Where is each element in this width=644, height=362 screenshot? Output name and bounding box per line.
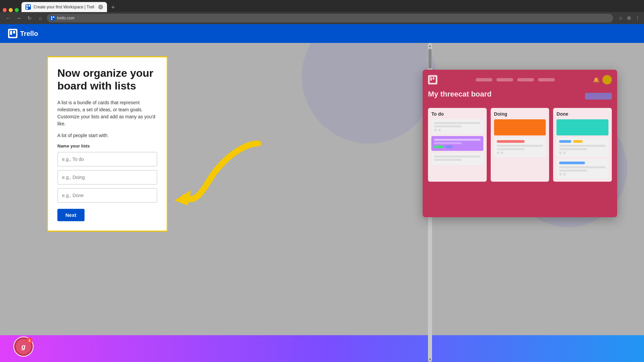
board-nav-pill-1 xyxy=(476,78,492,81)
red-bar xyxy=(497,140,525,143)
tab-bar: Create your first Workspace | Trell × + xyxy=(0,0,644,12)
toolbar-icons: ☆ ⚙ ⋮ xyxy=(619,15,640,21)
card-dots-dn xyxy=(559,152,606,154)
card-dot-dn4 xyxy=(563,173,566,176)
card-dot-dn1 xyxy=(559,152,562,154)
scrollbar-down-arrow[interactable]: ▼ xyxy=(428,357,432,362)
svg-rect-4 xyxy=(50,16,55,20)
board-logo xyxy=(428,75,437,84)
board-avatar xyxy=(602,75,612,84)
svg-rect-2 xyxy=(29,5,30,7)
svg-rect-9 xyxy=(10,31,12,35)
board-nav-items xyxy=(476,78,555,81)
card-dot-dn2 xyxy=(563,152,566,154)
notif-count: 8 xyxy=(26,338,33,344)
list-input-3[interactable] xyxy=(57,188,157,203)
next-button[interactable]: Next xyxy=(57,209,85,221)
forward-button[interactable]: → xyxy=(15,14,23,22)
minimize-traffic-light[interactable] xyxy=(9,8,13,12)
bg-blob-1 xyxy=(302,43,436,143)
card-dot xyxy=(434,129,437,131)
svg-marker-11 xyxy=(174,190,191,205)
home-button[interactable]: ⌂ xyxy=(36,14,44,22)
notif-letter: g xyxy=(21,343,25,351)
card-line-dn2 xyxy=(559,148,587,150)
arrow-annotation xyxy=(164,117,265,217)
board-nav-pill-4 xyxy=(538,78,555,81)
board-action-button xyxy=(585,93,612,100)
svg-rect-10 xyxy=(13,31,15,34)
card-dots-2 xyxy=(434,145,481,148)
card-dot xyxy=(438,129,441,131)
yellow-label xyxy=(573,140,583,143)
board-header: 🔔 xyxy=(428,75,612,84)
list-title-done: Done xyxy=(556,111,608,117)
traffic-lights xyxy=(3,8,19,12)
svg-rect-5 xyxy=(51,16,52,18)
bottom-gradient-bar xyxy=(0,335,644,362)
list-input-1[interactable] xyxy=(57,152,157,167)
card-line-3 xyxy=(434,156,481,158)
card-line-dn3 xyxy=(559,166,606,168)
card-done-3 xyxy=(556,159,608,178)
trello-logo: Trello xyxy=(8,29,38,38)
card-done-2 xyxy=(556,137,608,157)
blue-label xyxy=(559,140,571,143)
trello-icon xyxy=(8,29,17,38)
scrollbar-thumb[interactable] xyxy=(428,49,432,69)
board-nav-pill-2 xyxy=(496,78,513,81)
purple-label xyxy=(445,145,453,148)
scrollbar-up-arrow[interactable]: ▲ xyxy=(428,43,432,48)
board-list-todo: To do xyxy=(428,108,487,182)
card-orange xyxy=(494,119,546,135)
fullscreen-traffic-light[interactable] xyxy=(15,8,19,12)
board-preview: 🔔 My threecat board To do xyxy=(423,70,617,217)
svg-rect-6 xyxy=(53,16,54,18)
tab-favicon xyxy=(25,4,31,10)
new-tab-button[interactable]: + xyxy=(108,3,118,12)
tab-title: Create your first Workspace | Trell xyxy=(34,5,94,9)
trello-header: Trello xyxy=(0,24,644,43)
card-line xyxy=(434,122,481,124)
browser-toolbar: ← → ↻ ⌂ trello.com ☆ ⚙ ⋮ xyxy=(0,12,644,24)
svg-rect-13 xyxy=(430,77,432,81)
trello-logo-text: Trello xyxy=(20,30,38,38)
board-list-doing: Doing xyxy=(491,108,549,182)
tab-close-button[interactable]: × xyxy=(98,5,103,9)
card-skeleton-1 xyxy=(431,119,483,134)
svg-rect-1 xyxy=(26,5,28,7)
board-actions: 🔔 xyxy=(593,75,612,84)
green-label xyxy=(434,145,443,148)
main-content: ▲ ▼ Now organize your board with lists A… xyxy=(0,43,644,362)
card-line-dn4 xyxy=(559,170,587,172)
card-line-d1 xyxy=(497,145,543,147)
svg-rect-7 xyxy=(51,18,52,20)
card-dots-dn2 xyxy=(559,173,606,176)
list-title-todo: To do xyxy=(431,111,483,117)
done-labels xyxy=(559,140,606,143)
setup-card-description: A list is a bundle of cards that represe… xyxy=(57,99,157,127)
close-traffic-light[interactable] xyxy=(3,8,7,12)
reload-button[interactable]: ↻ xyxy=(25,14,34,22)
bell-icon: 🔔 xyxy=(593,77,600,83)
card-teal xyxy=(556,119,608,135)
card-doing-2 xyxy=(494,137,546,157)
board-list-done: Done xyxy=(553,108,612,182)
list-input-2[interactable] xyxy=(57,170,157,185)
card-bar-short xyxy=(434,142,462,144)
active-tab[interactable]: Create your first Workspace | Trell × xyxy=(21,2,107,12)
menu-icon[interactable]: ⋮ xyxy=(635,15,640,21)
url-display: trello.com xyxy=(57,16,74,20)
field-label: Name your lists xyxy=(57,143,157,148)
back-button[interactable]: ← xyxy=(4,14,12,22)
board-lists: To do xyxy=(428,108,612,182)
card-skeleton-3 xyxy=(431,153,483,165)
browser-chrome: Create your first Workspace | Trell × + … xyxy=(0,0,644,24)
card-purple xyxy=(431,136,483,151)
card-dots-d xyxy=(497,152,543,154)
extensions-icon[interactable]: ⚙ xyxy=(627,15,631,21)
address-bar[interactable]: trello.com xyxy=(47,14,613,22)
notification-badge[interactable]: g 8 xyxy=(13,337,34,357)
bookmark-icon[interactable]: ☆ xyxy=(619,15,623,21)
board-title: My threecat board xyxy=(428,90,492,99)
